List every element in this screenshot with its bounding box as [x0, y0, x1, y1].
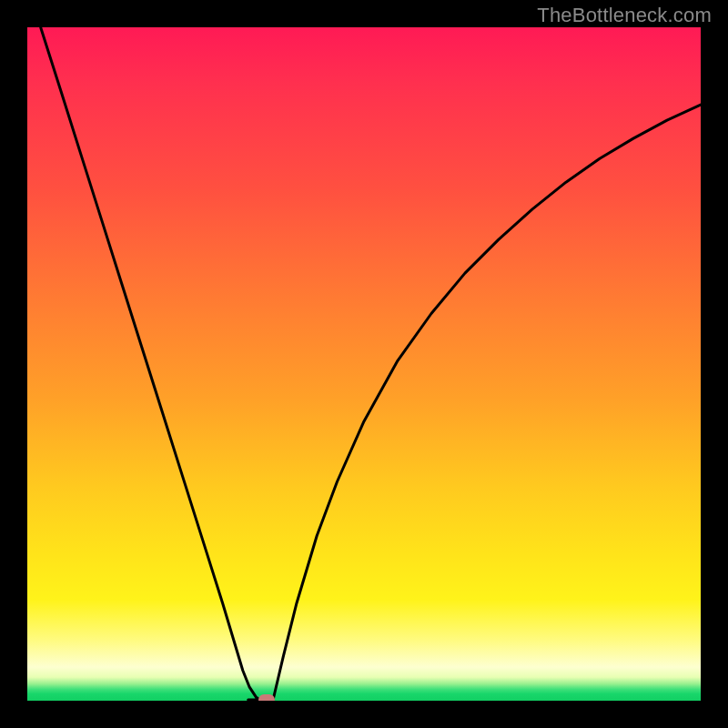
optimum-marker: [258, 694, 275, 701]
bottleneck-curve: [27, 27, 701, 701]
watermark-text: TheBottleneck.com: [537, 4, 712, 27]
plot-area: [27, 27, 701, 701]
chart-frame: TheBottleneck.com: [0, 0, 728, 728]
